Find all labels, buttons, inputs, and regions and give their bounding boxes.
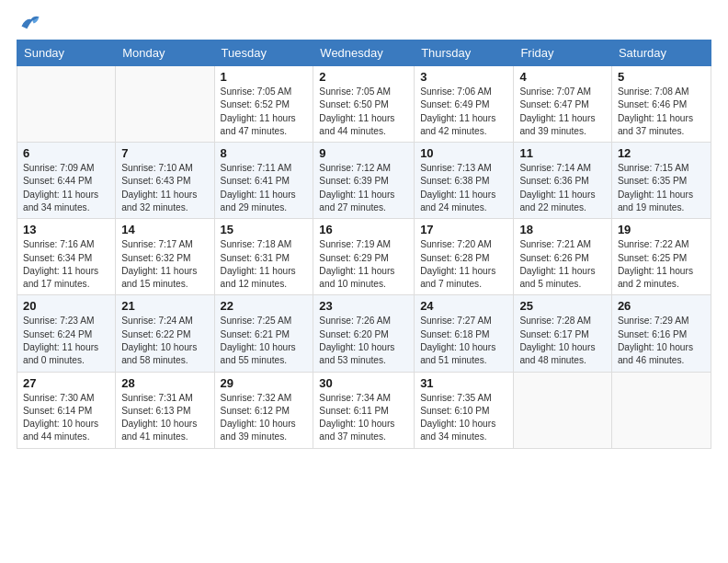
day-number: 8 — [221, 146, 308, 160]
calendar-cell: 27Sunrise: 7:30 AMSunset: 6:14 PMDayligh… — [17, 372, 116, 448]
calendar-cell: 17Sunrise: 7:20 AMSunset: 6:28 PMDayligh… — [415, 219, 514, 295]
calendar-cell: 26Sunrise: 7:29 AMSunset: 6:16 PMDayligh… — [611, 295, 711, 372]
day-detail: Sunrise: 7:10 AMSunset: 6:43 PMDaylight:… — [121, 162, 208, 214]
day-detail: Sunrise: 7:05 AMSunset: 6:50 PMDaylight:… — [319, 86, 408, 138]
day-number: 18 — [519, 223, 605, 236]
day-detail: Sunrise: 7:22 AMSunset: 6:25 PMDaylight:… — [618, 238, 705, 291]
day-number: 28 — [121, 376, 208, 390]
calendar-cell: 20Sunrise: 7:23 AMSunset: 6:24 PMDayligh… — [17, 295, 116, 372]
day-number: 3 — [420, 70, 507, 84]
calendar-cell: 9Sunrise: 7:12 AMSunset: 6:39 PMDaylight… — [313, 143, 415, 219]
day-number: 25 — [519, 299, 605, 313]
calendar-cell: 1Sunrise: 7:05 AMSunset: 6:52 PMDaylight… — [214, 66, 313, 143]
day-detail: Sunrise: 7:31 AMSunset: 6:13 PMDaylight:… — [121, 392, 208, 444]
calendar-cell: 5Sunrise: 7:08 AMSunset: 6:46 PMDaylight… — [611, 66, 711, 143]
day-number: 24 — [420, 299, 507, 313]
day-number: 19 — [618, 223, 705, 236]
logo-text — [17, 14, 42, 30]
calendar-cell: 25Sunrise: 7:28 AMSunset: 6:17 PMDayligh… — [514, 295, 611, 372]
calendar-week-row: 13Sunrise: 7:16 AMSunset: 6:34 PMDayligh… — [17, 219, 711, 295]
calendar-week-row: 6Sunrise: 7:09 AMSunset: 6:44 PMDaylight… — [17, 143, 711, 219]
day-detail: Sunrise: 7:16 AMSunset: 6:34 PMDaylight:… — [23, 238, 109, 291]
calendar-cell: 28Sunrise: 7:31 AMSunset: 6:13 PMDayligh… — [116, 372, 214, 448]
day-number: 11 — [519, 146, 605, 160]
calendar-cell: 22Sunrise: 7:25 AMSunset: 6:21 PMDayligh… — [214, 295, 313, 372]
calendar-week-row: 27Sunrise: 7:30 AMSunset: 6:14 PMDayligh… — [17, 372, 711, 448]
calendar-cell: 4Sunrise: 7:07 AMSunset: 6:47 PMDaylight… — [514, 66, 611, 143]
day-detail: Sunrise: 7:23 AMSunset: 6:24 PMDaylight:… — [23, 315, 109, 367]
day-number: 15 — [221, 223, 308, 236]
day-number: 17 — [420, 223, 507, 236]
day-number: 21 — [121, 299, 208, 313]
col-header-wednesday: Wednesday — [313, 40, 415, 66]
day-detail: Sunrise: 7:25 AMSunset: 6:21 PMDaylight:… — [221, 315, 308, 367]
col-header-sunday: Sunday — [17, 40, 116, 66]
header-row: SundayMondayTuesdayWednesdayThursdayFrid… — [17, 40, 711, 66]
day-number: 26 — [618, 299, 705, 313]
day-detail: Sunrise: 7:18 AMSunset: 6:31 PMDaylight:… — [221, 238, 308, 291]
calendar-week-row: 20Sunrise: 7:23 AMSunset: 6:24 PMDayligh… — [17, 295, 711, 372]
day-detail: Sunrise: 7:08 AMSunset: 6:46 PMDaylight:… — [618, 86, 705, 138]
calendar-cell: 16Sunrise: 7:19 AMSunset: 6:29 PMDayligh… — [313, 219, 415, 295]
day-detail: Sunrise: 7:05 AMSunset: 6:52 PMDaylight:… — [221, 86, 308, 138]
day-number: 2 — [319, 70, 408, 84]
day-number: 16 — [319, 223, 408, 236]
day-number: 27 — [23, 376, 109, 390]
day-detail: Sunrise: 7:14 AMSunset: 6:36 PMDaylight:… — [519, 162, 605, 214]
logo-bird-icon — [20, 14, 40, 30]
calendar-cell: 2Sunrise: 7:05 AMSunset: 6:50 PMDaylight… — [313, 66, 415, 143]
calendar-cell: 30Sunrise: 7:34 AMSunset: 6:11 PMDayligh… — [313, 372, 415, 448]
day-number: 29 — [221, 376, 308, 390]
day-number: 23 — [319, 299, 408, 313]
day-detail: Sunrise: 7:07 AMSunset: 6:47 PMDaylight:… — [519, 86, 605, 138]
day-number: 14 — [121, 223, 208, 236]
day-detail: Sunrise: 7:12 AMSunset: 6:39 PMDaylight:… — [319, 162, 408, 214]
calendar-week-row: 1Sunrise: 7:05 AMSunset: 6:52 PMDaylight… — [17, 66, 711, 143]
day-number: 13 — [23, 223, 109, 236]
day-detail: Sunrise: 7:28 AMSunset: 6:17 PMDaylight:… — [519, 315, 605, 367]
col-header-friday: Friday — [514, 40, 611, 66]
header — [17, 14, 711, 30]
day-number: 5 — [618, 70, 705, 84]
calendar-cell: 7Sunrise: 7:10 AMSunset: 6:43 PMDaylight… — [116, 143, 214, 219]
logo — [17, 14, 42, 30]
day-detail: Sunrise: 7:21 AMSunset: 6:26 PMDaylight:… — [519, 238, 605, 291]
page: SundayMondayTuesdayWednesdayThursdayFrid… — [0, 0, 728, 458]
day-detail: Sunrise: 7:13 AMSunset: 6:38 PMDaylight:… — [420, 162, 507, 214]
day-detail: Sunrise: 7:35 AMSunset: 6:10 PMDaylight:… — [420, 392, 507, 444]
calendar-cell: 14Sunrise: 7:17 AMSunset: 6:32 PMDayligh… — [116, 219, 214, 295]
day-number: 31 — [420, 376, 507, 390]
day-number: 9 — [319, 146, 408, 160]
day-number: 6 — [23, 146, 109, 160]
calendar-cell: 21Sunrise: 7:24 AMSunset: 6:22 PMDayligh… — [116, 295, 214, 372]
day-detail: Sunrise: 7:06 AMSunset: 6:49 PMDaylight:… — [420, 86, 507, 138]
day-detail: Sunrise: 7:17 AMSunset: 6:32 PMDaylight:… — [121, 238, 208, 291]
day-number: 30 — [319, 376, 408, 390]
calendar-cell: 18Sunrise: 7:21 AMSunset: 6:26 PMDayligh… — [514, 219, 611, 295]
day-number: 12 — [618, 146, 705, 160]
calendar-cell: 13Sunrise: 7:16 AMSunset: 6:34 PMDayligh… — [17, 219, 116, 295]
calendar-cell: 11Sunrise: 7:14 AMSunset: 6:36 PMDayligh… — [514, 143, 611, 219]
day-number: 7 — [121, 146, 208, 160]
day-detail: Sunrise: 7:34 AMSunset: 6:11 PMDaylight:… — [319, 392, 408, 444]
day-detail: Sunrise: 7:29 AMSunset: 6:16 PMDaylight:… — [618, 315, 705, 367]
day-detail: Sunrise: 7:11 AMSunset: 6:41 PMDaylight:… — [221, 162, 308, 214]
day-number: 4 — [519, 70, 605, 84]
day-detail: Sunrise: 7:24 AMSunset: 6:22 PMDaylight:… — [121, 315, 208, 367]
day-detail: Sunrise: 7:15 AMSunset: 6:35 PMDaylight:… — [618, 162, 705, 214]
day-detail: Sunrise: 7:19 AMSunset: 6:29 PMDaylight:… — [319, 238, 408, 291]
calendar-cell: 15Sunrise: 7:18 AMSunset: 6:31 PMDayligh… — [214, 219, 313, 295]
calendar-cell: 24Sunrise: 7:27 AMSunset: 6:18 PMDayligh… — [415, 295, 514, 372]
day-detail: Sunrise: 7:30 AMSunset: 6:14 PMDaylight:… — [23, 392, 109, 444]
calendar-cell: 6Sunrise: 7:09 AMSunset: 6:44 PMDaylight… — [17, 143, 116, 219]
day-detail: Sunrise: 7:09 AMSunset: 6:44 PMDaylight:… — [23, 162, 109, 214]
calendar-cell: 31Sunrise: 7:35 AMSunset: 6:10 PMDayligh… — [415, 372, 514, 448]
calendar-cell: 23Sunrise: 7:26 AMSunset: 6:20 PMDayligh… — [313, 295, 415, 372]
calendar-cell: 10Sunrise: 7:13 AMSunset: 6:38 PMDayligh… — [415, 143, 514, 219]
day-detail: Sunrise: 7:26 AMSunset: 6:20 PMDaylight:… — [319, 315, 408, 367]
calendar-cell — [611, 372, 711, 448]
calendar-cell: 29Sunrise: 7:32 AMSunset: 6:12 PMDayligh… — [214, 372, 313, 448]
calendar-cell: 8Sunrise: 7:11 AMSunset: 6:41 PMDaylight… — [214, 143, 313, 219]
calendar-cell: 3Sunrise: 7:06 AMSunset: 6:49 PMDaylight… — [415, 66, 514, 143]
day-number: 10 — [420, 146, 507, 160]
